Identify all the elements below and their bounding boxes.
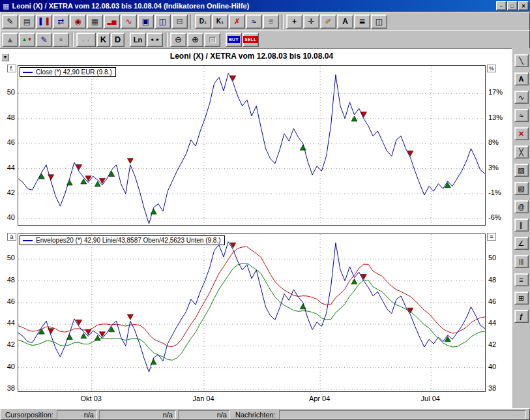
y-axis-tick-label-right: 17% (488, 88, 510, 97)
quote-screen-button[interactable]: ▣ (138, 14, 154, 29)
envelopes-chart-canvas[interactable] (18, 234, 485, 391)
spiral-tool[interactable]: @ (514, 200, 529, 213)
minimize-button[interactable]: – (496, 1, 507, 10)
text-icon: A (519, 75, 524, 83)
y-axis-tick-label: 40 (0, 213, 15, 222)
close-button[interactable]: ✕ (518, 1, 529, 10)
period-d-button[interactable]: D₁ (195, 14, 211, 29)
y-axis-tick-label: 48 (0, 276, 15, 284)
x-axis-tick-label: Jan 04 (187, 395, 220, 403)
cursor-value-field: n/a (178, 410, 230, 419)
pane-left-axis-button[interactable]: f. (7, 65, 16, 72)
draw-tools-button[interactable]: ✎ (36, 33, 52, 47)
legend-line-sample (23, 240, 33, 241)
price-chart-canvas[interactable] (18, 66, 485, 225)
compare-charts-button[interactable]: ⇄ (53, 14, 69, 29)
pane-scroll-button[interactable]: ▼ (1, 53, 9, 61)
compare-charts-icon: ⇄ (57, 17, 64, 26)
report-page-button[interactable]: ≡ (263, 14, 279, 29)
maximize-button[interactable]: □ (507, 1, 518, 10)
buy-signal-marker (151, 359, 156, 365)
grid-tool[interactable]: ⊞ (514, 292, 529, 305)
application-window: ▦ Leoni (X) / XETRA vom 12.08.03 bis 10.… (0, 0, 530, 420)
kurs-chart-button[interactable]: K (96, 33, 110, 47)
zoom-out-button[interactable]: ⊖ (170, 33, 186, 47)
sell-marker-button[interactable]: SELL (243, 33, 259, 47)
text-tool[interactable]: A (514, 72, 529, 85)
pane-right-axis-button[interactable]: % (487, 65, 496, 72)
y-axis-tick-label-right: -6% (488, 213, 510, 222)
horizontal-lines-tool[interactable]: ≡ (514, 273, 529, 286)
mountain-chart-button[interactable]: ▲ (2, 33, 18, 47)
zoom-in-button[interactable]: ⊕ (187, 33, 203, 47)
buy-signal-marker (300, 304, 306, 309)
export-button[interactable]: ◫ (155, 14, 171, 29)
buy-signal-marker (151, 209, 156, 214)
line-chart-icon: ∿ (125, 17, 132, 26)
crosshair-button[interactable]: + (286, 14, 302, 29)
log-scale-button[interactable]: Ln (130, 33, 146, 47)
move-crosshair-button[interactable]: ✛ (303, 14, 319, 29)
signals-button[interactable]: ▲▼ (19, 33, 35, 47)
x-axis-tick-label: Apr 04 (303, 395, 336, 403)
analysis-button[interactable]: ◉ (70, 14, 86, 29)
delete-icon: ✕ (518, 130, 524, 138)
y-axis-tick-label-right: 50 (488, 254, 510, 262)
angle-tool[interactable]: ∠ (514, 237, 529, 250)
y-axis-tick-label-right: -1% (488, 188, 510, 197)
buy-marker-button[interactable]: BUY (226, 33, 242, 47)
text-page-icon: A (342, 17, 348, 26)
copy-chart-icon: ▤ (23, 17, 31, 26)
y-axis-tick-label-right: 38 (488, 384, 510, 393)
notes-page-button[interactable]: ≣ (354, 14, 370, 29)
overlay-indicator-button[interactable]: ✗ (229, 14, 245, 29)
line-style-button[interactable]: ∙ ∙ (76, 33, 96, 47)
fibonacci-tool[interactable]: ƒ (514, 310, 529, 323)
color-bars-button[interactable]: ▌▐ (36, 14, 52, 29)
table-view-button[interactable]: ▦ (87, 14, 103, 29)
pane-left-axis-button[interactable]: a (7, 233, 16, 241)
zoom-window-button[interactable]: ⊡ (204, 33, 220, 47)
wave-tool[interactable]: ≈ (514, 109, 529, 122)
sell-marker-icon: SELL (243, 36, 258, 43)
text-page-button[interactable]: A (337, 14, 353, 29)
copy-chart-button[interactable]: ▤ (19, 14, 35, 29)
print-button[interactable]: ⊟ (171, 14, 188, 29)
buy-signal-marker (66, 334, 72, 339)
hatch-tool[interactable]: ▨ (514, 164, 529, 177)
line-chart-button[interactable]: ∿ (121, 14, 137, 29)
freehand-tool[interactable]: ∿ (514, 91, 529, 104)
vertical-lines-tool[interactable]: ||| (514, 255, 529, 268)
move-crosshair-icon: ✛ (308, 17, 314, 26)
draw-pen-icon: ✐ (325, 17, 331, 26)
period-k-icon: K₁ (216, 18, 224, 25)
histogram-icon: ▂▅ (108, 18, 117, 25)
pane-right-axis-button[interactable]: ≡ (487, 233, 496, 241)
parallel-lines-tool[interactable]: ∥ (514, 218, 529, 232)
draw-pen-button[interactable]: ✐ (320, 14, 336, 29)
x-axis-tick-label: Jul 04 (414, 395, 447, 403)
chart-window-button[interactable]: ▫ (53, 33, 69, 47)
period-k-button[interactable]: K₁ (212, 14, 228, 29)
chart-edit-button[interactable]: ✎ (2, 14, 18, 29)
delete-tool[interactable]: ✕ (514, 127, 529, 140)
split-window-button[interactable]: ◫ (371, 14, 387, 29)
log-scale-icon: Ln (134, 36, 142, 44)
shade-tool[interactable]: ▧ (514, 182, 529, 195)
buy-signal-marker (300, 145, 306, 150)
y-axis-tick-label-right: 42 (488, 340, 510, 349)
cross-lines-tool[interactable]: ╳ (514, 145, 529, 158)
line-tool[interactable]: ╲ (514, 54, 529, 67)
daily-chart-button[interactable]: D (111, 33, 125, 47)
interval-button[interactable]: ◄∙► (147, 33, 163, 47)
histogram-button[interactable]: ▂▅ (104, 14, 120, 29)
report-page-icon: ≡ (269, 17, 273, 26)
cursor-x-field: n/a (57, 410, 97, 419)
y-axis-tick-label: 50 (0, 88, 15, 97)
buy-marker-icon: BUY (228, 36, 240, 43)
legend-line-sample (23, 72, 33, 73)
zoom-out-icon: ⊖ (175, 35, 182, 44)
chart-title: Leoni (X) / XETRA vom 12.08.03 bis 10.08… (18, 52, 486, 61)
indicator-template-icon: ≈ (252, 17, 256, 26)
indicator-template-button[interactable]: ≈ (246, 14, 262, 29)
